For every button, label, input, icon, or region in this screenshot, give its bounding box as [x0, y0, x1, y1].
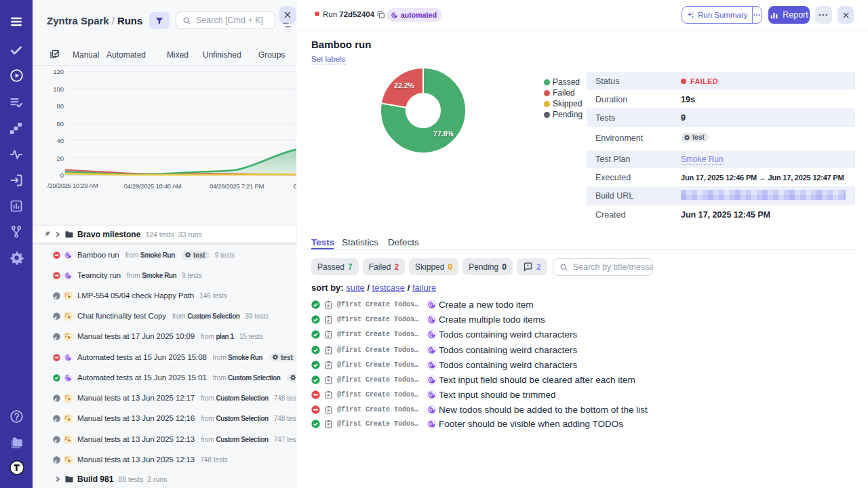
svg-text:04/29/2025 10:40 AM: 04/29/2025 10:40 AM [124, 182, 182, 190]
svg-text:04/29/2025 7:21 PM: 04/29/2025 7:21 PM [210, 182, 264, 190]
svg-text:80: 80 [56, 102, 64, 110]
svg-text:60: 60 [56, 120, 64, 127]
svg-text:40: 40 [56, 137, 64, 144]
svg-text:120: 120 [53, 68, 64, 75]
svg-text:/29/2025 10:29 AM: /29/2025 10:29 AM [47, 182, 98, 189]
svg-text:22.2%: 22.2% [394, 81, 414, 89]
svg-text:77.8%: 77.8% [433, 129, 454, 138]
svg-text:100: 100 [53, 85, 64, 93]
svg-text:0: 0 [294, 182, 296, 190]
svg-text:20: 20 [56, 155, 64, 162]
svg-text:0: 0 [60, 171, 64, 179]
